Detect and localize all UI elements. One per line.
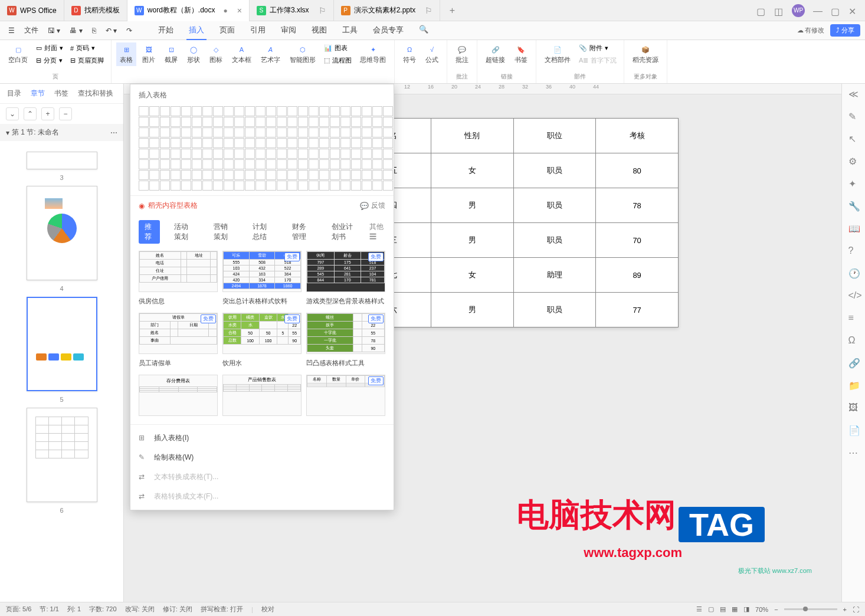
grid-cell[interactable] — [383, 117, 393, 127]
proofread-indicator[interactable]: 校对 — [261, 605, 274, 614]
page-thumb[interactable] — [27, 297, 97, 391]
grid-cell[interactable] — [213, 127, 223, 137]
grid-cell[interactable] — [255, 170, 266, 180]
template-tab[interactable]: 财务管理 — [286, 220, 317, 244]
grid-cell[interactable] — [181, 106, 191, 116]
grid-cell[interactable] — [277, 127, 287, 137]
grid-cell[interactable] — [330, 159, 340, 169]
grid-cell[interactable] — [149, 106, 159, 116]
grid-cell[interactable] — [181, 181, 191, 191]
grid-cell[interactable] — [192, 149, 202, 159]
grid-cell[interactable] — [160, 149, 170, 159]
grid-cell[interactable] — [192, 138, 202, 148]
up-button[interactable]: ⌃ — [24, 107, 37, 120]
picture-button[interactable]: 🖼图片 — [139, 42, 159, 66]
grid-cell[interactable] — [202, 127, 212, 137]
grid-cell[interactable] — [362, 181, 372, 191]
grid-cell[interactable] — [351, 181, 361, 191]
screenshot-button[interactable]: ⊡截屏 — [161, 42, 181, 66]
blank-page-button[interactable]: ▢ 空白页 — [5, 42, 31, 66]
menu-page[interactable]: 页面 — [217, 21, 237, 40]
grid-cell[interactable] — [330, 106, 340, 116]
grid-cell[interactable] — [330, 181, 340, 191]
grid-cell[interactable] — [192, 159, 202, 169]
grid-cell[interactable] — [277, 181, 287, 191]
grid-cell[interactable] — [171, 106, 181, 116]
grid-cell[interactable] — [139, 159, 149, 169]
grid-cell[interactable] — [202, 117, 212, 127]
template-tab-recommended[interactable]: 推荐 — [139, 220, 160, 244]
tab-spreadsheet[interactable]: S 工作簿3.xlsx ⚐ — [250, 0, 334, 21]
page-break-button[interactable]: ⊟ 分页 ▾ — [34, 55, 65, 66]
grid-cell[interactable] — [266, 149, 276, 159]
grid-cell[interactable] — [255, 127, 266, 137]
grid-cell[interactable] — [213, 149, 223, 159]
grid-cell[interactable] — [351, 159, 361, 169]
grid-cell[interactable] — [266, 170, 276, 180]
grid-cell[interactable] — [319, 106, 329, 116]
grid-cell[interactable] — [181, 149, 191, 159]
grid-cell[interactable] — [192, 106, 202, 116]
grid-cell[interactable] — [298, 106, 308, 116]
menu-vip[interactable]: 会员专享 — [371, 21, 406, 40]
close-window-icon[interactable]: ✕ — [848, 6, 858, 15]
grid-cell[interactable] — [372, 149, 382, 159]
grid-cell[interactable] — [277, 138, 287, 148]
page-thumb[interactable] — [27, 152, 97, 169]
view-icon[interactable]: ▤ — [720, 605, 726, 613]
comment-button[interactable]: 💬批注 — [452, 42, 472, 65]
folder-icon[interactable]: 📁 — [848, 380, 859, 391]
grid-cell[interactable] — [139, 170, 149, 180]
cover-button[interactable]: ▭ 封面 ▾ — [34, 42, 65, 54]
grid-cell[interactable] — [309, 117, 319, 127]
collapse-button[interactable]: ⌄ — [6, 107, 19, 120]
grid-cell[interactable] — [351, 149, 361, 159]
grid-cell[interactable] — [362, 106, 372, 116]
grid-cell[interactable] — [224, 138, 234, 148]
zoom-in-button[interactable]: + — [843, 606, 847, 613]
grid-cell[interactable] — [277, 159, 287, 169]
grid-cell[interactable] — [255, 106, 266, 116]
grid-cell[interactable] — [160, 170, 170, 180]
grid-cell[interactable] — [213, 117, 223, 127]
grid-cell[interactable] — [309, 181, 319, 191]
insert-table-action[interactable]: ⊞插入表格(I) — [130, 428, 394, 448]
grid-cell[interactable] — [234, 127, 244, 137]
grid-cell[interactable] — [149, 159, 159, 169]
minimize-icon[interactable]: — — [813, 6, 823, 15]
template-item[interactable]: 免费 名称数量单价金额 — [306, 375, 385, 416]
grid-cell[interactable] — [330, 170, 340, 180]
header-footer-button[interactable]: ⊟ 页眉页脚 — [68, 55, 106, 66]
textbox-button[interactable]: A文本框 — [228, 42, 255, 66]
grid-cell[interactable] — [351, 170, 361, 180]
revision-indicator[interactable]: 修订: 关闭 — [163, 605, 192, 614]
grid-cell[interactable] — [171, 138, 181, 148]
grid-cell[interactable] — [383, 106, 393, 116]
grid-cell[interactable] — [245, 117, 255, 127]
template-item[interactable]: 免费 休闲射击 797175518 289641237 545281104 84… — [306, 251, 385, 292]
grid-cell[interactable] — [383, 159, 393, 169]
print-icon[interactable]: 🖶 ▾ — [66, 24, 86, 37]
share-button[interactable]: ⤴ 分享 — [830, 24, 860, 37]
outline-tab-toc[interactable]: 目录 — [7, 89, 21, 99]
grid-cell[interactable] — [213, 138, 223, 148]
grid-cell[interactable] — [372, 117, 382, 127]
grid-cell[interactable] — [160, 117, 170, 127]
grid-cell[interactable] — [245, 170, 255, 180]
zoom-slider[interactable] — [784, 608, 837, 610]
attachment-button[interactable]: 📎 附件 ▾ — [576, 42, 619, 54]
template-item[interactable]: 姓名地址电话住址户户信用 — [139, 251, 218, 292]
grid-cell[interactable] — [224, 149, 234, 159]
grid-cell[interactable] — [309, 138, 319, 148]
grid-cell[interactable] — [171, 159, 181, 169]
grid-cell[interactable] — [383, 127, 393, 137]
grid-cell[interactable] — [224, 170, 234, 180]
close-icon[interactable]: ⚐ — [319, 6, 326, 15]
spellcheck-indicator[interactable]: 拼写检查: 打开 — [201, 605, 243, 614]
fit-button[interactable]: ⛶ — [853, 606, 859, 613]
grid-cell[interactable] — [160, 159, 170, 169]
redo-icon[interactable]: ↷ — [123, 24, 136, 37]
code-icon[interactable]: </> — [848, 290, 859, 301]
grid-cell[interactable] — [287, 170, 297, 180]
pen-icon[interactable]: ✎ — [848, 111, 859, 122]
